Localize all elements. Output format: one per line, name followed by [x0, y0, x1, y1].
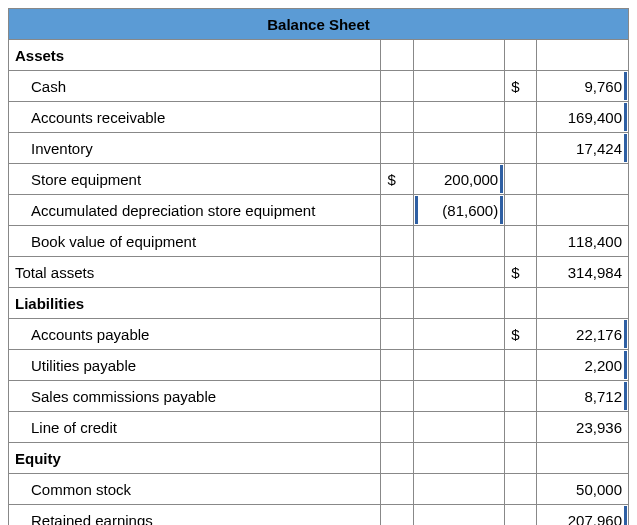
total-assets-label: Total assets [9, 257, 381, 288]
balance-sheet-table: Balance Sheet Assets Cash $ 9,760 Accoun… [8, 8, 629, 525]
equipment-label: Store equipment [9, 164, 381, 195]
row-common: Common stock 50,000 [9, 474, 629, 505]
ar-value[interactable]: 169,400 [537, 102, 629, 133]
loc-value: 23,936 [537, 412, 629, 443]
equipment-sym: $ [381, 164, 413, 195]
ap-label: Accounts payable [9, 319, 381, 350]
bookval-label: Book value of equipment [9, 226, 381, 257]
cash-sym: $ [505, 71, 537, 102]
bookval-value: 118,400 [537, 226, 629, 257]
assets-heading: Assets [9, 40, 381, 71]
row-ar: Accounts receivable 169,400 [9, 102, 629, 133]
row-inventory: Inventory 17,424 [9, 133, 629, 164]
ap-value[interactable]: 22,176 [537, 319, 629, 350]
retained-label: Retained earnings [9, 505, 381, 526]
row-accdep: Accumulated depreciation store equipment… [9, 195, 629, 226]
row-equipment: Store equipment $ 200,000 [9, 164, 629, 195]
loc-label: Line of credit [9, 412, 381, 443]
equipment-value[interactable]: 200,000 [413, 164, 505, 195]
ar-label: Accounts receivable [9, 102, 381, 133]
cash-label: Cash [9, 71, 381, 102]
row-cash: Cash $ 9,760 [9, 71, 629, 102]
utilities-label: Utilities payable [9, 350, 381, 381]
cash-value[interactable]: 9,760 [537, 71, 629, 102]
accdep-value[interactable]: (81,600) [413, 195, 505, 226]
inventory-label: Inventory [9, 133, 381, 164]
total-assets-value: 314,984 [537, 257, 629, 288]
title-cell: Balance Sheet [9, 9, 629, 40]
row-retained: Retained earnings 207,960 [9, 505, 629, 526]
row-commissions: Sales commissions payable 8,712 [9, 381, 629, 412]
utilities-value[interactable]: 2,200 [537, 350, 629, 381]
common-value: 50,000 [537, 474, 629, 505]
commissions-value[interactable]: 8,712 [537, 381, 629, 412]
accdep-label: Accumulated depreciation store equipment [9, 195, 381, 226]
ap-sym: $ [505, 319, 537, 350]
row-ap: Accounts payable $ 22,176 [9, 319, 629, 350]
commissions-label: Sales commissions payable [9, 381, 381, 412]
section-equity: Equity [9, 443, 629, 474]
section-liabilities: Liabilities [9, 288, 629, 319]
total-assets-sym: $ [505, 257, 537, 288]
row-utilities: Utilities payable 2,200 [9, 350, 629, 381]
section-assets: Assets [9, 40, 629, 71]
inventory-value[interactable]: 17,424 [537, 133, 629, 164]
row-bookval: Book value of equipment 118,400 [9, 226, 629, 257]
liabilities-heading: Liabilities [9, 288, 381, 319]
row-total-assets: Total assets $ 314,984 [9, 257, 629, 288]
retained-value[interactable]: 207,960 [537, 505, 629, 526]
title-row: Balance Sheet [9, 9, 629, 40]
common-label: Common stock [9, 474, 381, 505]
equity-heading: Equity [9, 443, 381, 474]
row-loc: Line of credit 23,936 [9, 412, 629, 443]
